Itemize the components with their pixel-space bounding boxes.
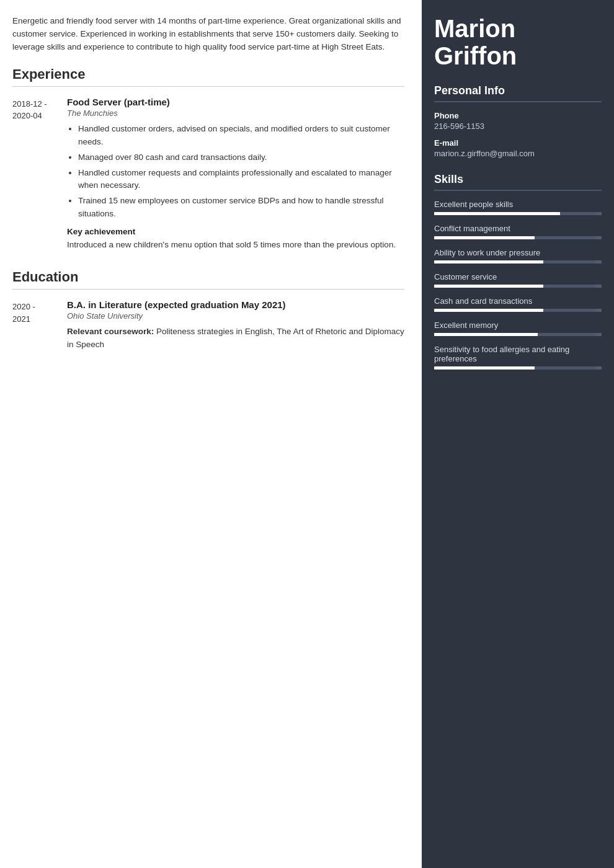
email-value: marion.z.girffon@gmail.com: [434, 149, 602, 158]
skill-name-4: Cash and card transactions: [434, 296, 602, 306]
coursework-label: Relevant coursework:: [67, 327, 154, 336]
phone-label: Phone: [434, 111, 602, 120]
education-entry: 2020 -2021 B.A. in Literature (expected …: [12, 299, 404, 352]
name-first: Marion: [434, 15, 602, 42]
experience-date: 2018-12 -2020-04: [12, 97, 57, 252]
resume-container: Energetic and friendly food server with …: [0, 0, 614, 868]
summary-text: Energetic and friendly food server with …: [12, 15, 404, 54]
bullet-item: Managed over 80 cash and card transactio…: [78, 151, 404, 164]
experience-job-title: Food Server (part-time): [67, 97, 404, 107]
education-date: 2020 -2021: [12, 299, 57, 352]
skill-name-3: Customer service: [434, 272, 602, 281]
skill-bar-dot-4: [595, 309, 602, 312]
coursework-line: Relevant coursework: Politeness strategi…: [67, 326, 404, 352]
name-block: Marion Griffon: [434, 15, 602, 69]
skill-bar-1: [434, 236, 602, 239]
skill-bar-dot-2: [595, 260, 602, 264]
skill-bar-fill-4: [434, 309, 543, 312]
skill-bar-dot-5: [595, 333, 602, 336]
skill-bar-fill-0: [434, 212, 560, 215]
skill-name-5: Excellent memory: [434, 321, 602, 330]
skill-bar-fill-6: [434, 366, 535, 370]
education-section: Education 2020 -2021 B.A. in Literature …: [12, 269, 404, 352]
bullet-item: Handled customer requests and complaints…: [78, 167, 404, 193]
skill-name-2: Ability to work under pressure: [434, 248, 602, 257]
skill-bar-dot-6: [595, 366, 602, 370]
education-org: Ohio State University: [67, 311, 404, 321]
skill-bar-6: [434, 366, 602, 370]
skills-section: Skills Excellent people skillsConflict m…: [434, 173, 602, 370]
skill-bar-0: [434, 212, 602, 215]
skill-name-1: Conflict management: [434, 224, 602, 233]
phone-value: 216-596-1153: [434, 122, 602, 131]
bullet-item: Handled customer orders, advised on spec…: [78, 123, 404, 149]
skill-bar-2: [434, 260, 602, 264]
skill-bar-fill-5: [434, 333, 538, 336]
experience-content: Food Server (part-time) The Munchies Han…: [67, 97, 404, 252]
key-achievement-text: Introduced a new children's menu option …: [67, 239, 404, 252]
skill-bar-5: [434, 333, 602, 336]
experience-org: The Munchies: [67, 108, 404, 118]
personal-info-title: Personal Info: [434, 84, 602, 102]
skill-bar-dot-1: [595, 236, 602, 239]
skill-name-6: Sensitivity to food allergies and eating…: [434, 345, 602, 363]
education-title: Education: [12, 269, 404, 290]
skill-bar-fill-1: [434, 236, 535, 239]
personal-info-section: Personal Info Phone 216-596-1153 E-mail …: [434, 84, 602, 158]
left-column: Energetic and friendly food server with …: [0, 0, 422, 868]
skill-bar-dot-3: [595, 285, 602, 288]
skills-title: Skills: [434, 173, 602, 191]
skills-list: Excellent people skillsConflict manageme…: [434, 200, 602, 370]
experience-entry: 2018-12 -2020-04 Food Server (part-time)…: [12, 97, 404, 252]
bullet-item: Trained 15 new employees on customer ser…: [78, 195, 404, 221]
education-degree-title: B.A. in Literature (expected graduation …: [67, 299, 404, 310]
email-label: E-mail: [434, 138, 602, 148]
experience-section: Experience 2018-12 -2020-04 Food Server …: [12, 66, 404, 252]
name-last: Griffon: [434, 42, 602, 69]
right-column: Marion Griffon Personal Info Phone 216-5…: [422, 0, 614, 868]
skill-bar-fill-3: [434, 285, 543, 288]
experience-title: Experience: [12, 66, 404, 87]
skill-bar-dot-0: [595, 212, 602, 215]
key-achievement-label: Key achievement: [67, 227, 404, 236]
skill-name-0: Excellent people skills: [434, 200, 602, 209]
skill-bar-3: [434, 285, 602, 288]
experience-bullets: Handled customer orders, advised on spec…: [67, 123, 404, 221]
education-content: B.A. in Literature (expected graduation …: [67, 299, 404, 352]
skill-bar-4: [434, 309, 602, 312]
skill-bar-fill-2: [434, 260, 543, 264]
